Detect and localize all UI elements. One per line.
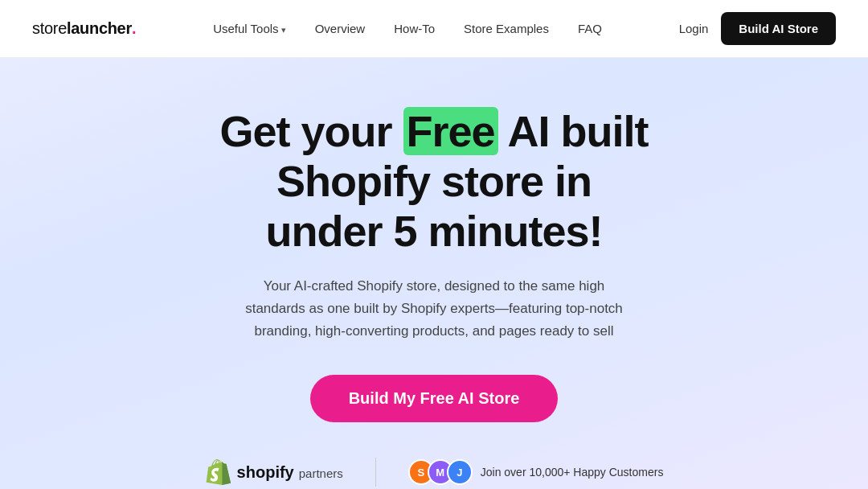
logo-dot: . [132,19,137,37]
logo[interactable]: storelauncher. [32,19,137,38]
build-my-free-ai-store-button[interactable]: Build My Free AI Store [310,375,559,422]
shopify-icon [205,459,231,485]
navbar: storelauncher. Useful Tools Overview How… [0,0,868,58]
customer-avatars: S M J [408,459,473,485]
badge-divider [375,458,376,487]
nav-actions: Login Build AI Store [679,12,836,45]
nav-item-faq[interactable]: FAQ [578,22,602,35]
hero-title: Get your Free AI built Shopify store inu… [153,106,715,256]
hero-badges: shopify partners S M J Join over 10,000+… [205,458,664,487]
shopify-partners-badge: shopify partners [205,459,343,485]
shopify-brand-name: shopify [237,463,294,482]
customers-badge: S M J Join over 10,000+ Happy Customers [408,459,664,485]
build-ai-store-nav-button[interactable]: Build AI Store [721,12,836,45]
shopify-partners-text: partners [299,466,343,480]
nav-item-useful-tools[interactable]: Useful Tools [213,22,286,35]
nav-item-store-examples[interactable]: Store Examples [464,22,549,35]
hero-title-part1: Get your [219,107,403,155]
hero-free-highlight: Free [403,107,498,155]
nav-item-how-to[interactable]: How-To [394,22,435,35]
login-button[interactable]: Login [679,22,709,35]
hero-section: Get your Free AI built Shopify store inu… [0,58,868,489]
avatar-3: J [447,459,473,485]
logo-prefix: store [32,19,67,37]
nav-item-overview[interactable]: Overview [315,22,366,35]
logo-suffix: launcher [67,19,132,37]
customers-text: Join over 10,000+ Happy Customers [481,466,664,479]
hero-subtitle: Your AI-crafted Shopify store, designed … [233,275,635,343]
nav-links: Useful Tools Overview How-To Store Examp… [213,22,602,36]
shopify-text: shopify partners [237,463,343,482]
